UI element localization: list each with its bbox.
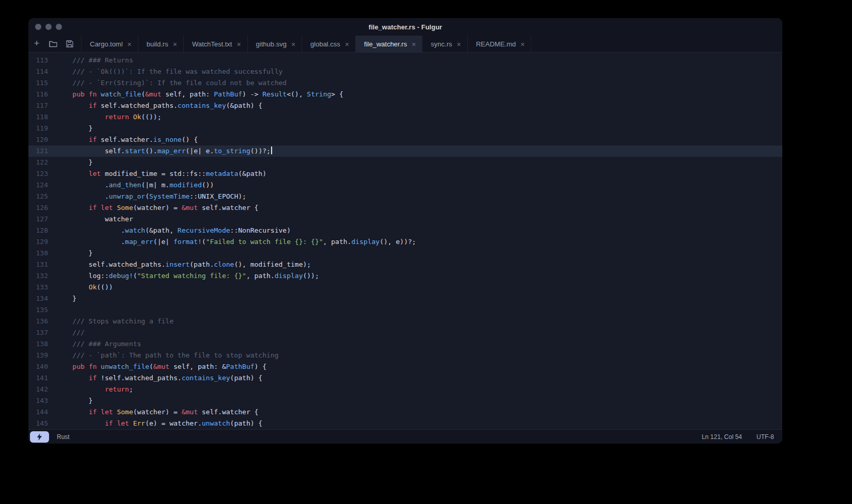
- code-line[interactable]: 124 .and_then(|m| m.modified()): [28, 180, 782, 191]
- folder-open-icon: [49, 40, 57, 47]
- code-line[interactable]: 125 .unwrap_or(SystemTime::UNIX_EPOCH);: [28, 191, 782, 202]
- tab-label: build.rs: [147, 40, 168, 48]
- code-line[interactable]: 145 if let Err(e) = watcher.unwatch(path…: [28, 418, 782, 429]
- line-number: 129: [28, 236, 56, 248]
- code-text: .watch(&path, RecursiveMode::NonRecursiv…: [56, 225, 782, 236]
- code-text: }: [56, 123, 782, 134]
- tab-global.css[interactable]: global.css×: [302, 36, 356, 52]
- code-text: log::debug!("Started watching file: {}",…: [56, 270, 782, 282]
- code-line[interactable]: 131 self.watched_paths.insert(path.clone…: [28, 259, 782, 270]
- close-window-button[interactable]: [35, 24, 41, 30]
- line-number: 113: [28, 55, 56, 66]
- title-bar[interactable]: file_watcher.rs - Fulgur: [28, 18, 782, 36]
- code-line[interactable]: 141 if !self.watched_paths.contains_key(…: [28, 372, 782, 384]
- actions-chip[interactable]: [30, 431, 49, 443]
- code-line[interactable]: 132 log::debug!("Started watching file: …: [28, 270, 782, 282]
- text-cursor: [271, 147, 272, 154]
- save-button[interactable]: [61, 36, 78, 52]
- tab-close-icon[interactable]: ×: [457, 40, 461, 48]
- code-editor: 113 /// ### Returns114 /// - `Ok(())`: I…: [28, 53, 782, 429]
- minimize-window-button[interactable]: [45, 24, 52, 30]
- code-text: if let Some(watcher) = &mut self.watcher…: [56, 202, 782, 214]
- line-number: 141: [28, 372, 56, 384]
- code-line[interactable]: 121 self.start().map_err(|e| e.to_string…: [28, 145, 782, 157]
- tab-build.rs[interactable]: build.rs×: [138, 36, 184, 52]
- code-line[interactable]: 122 }: [28, 157, 782, 168]
- code-text: let modified_time = std::fs::metadata(&p…: [56, 168, 782, 180]
- window-title: file_watcher.rs - Fulgur: [28, 23, 782, 31]
- code-line[interactable]: 118 return Ok(());: [28, 111, 782, 123]
- line-number: 118: [28, 111, 56, 123]
- tab-Cargo.toml[interactable]: Cargo.toml×: [81, 36, 138, 52]
- code-line[interactable]: 142 return;: [28, 384, 782, 395]
- language-mode[interactable]: Rust: [57, 433, 70, 441]
- code-line[interactable]: 135: [28, 304, 782, 316]
- zoom-window-button[interactable]: [56, 24, 62, 30]
- tab-list: Cargo.toml×build.rs×WatchTest.txt×github…: [81, 36, 531, 52]
- tab-close-icon[interactable]: ×: [128, 40, 132, 48]
- code-line[interactable]: 116 pub fn watch_file(&mut self, path: P…: [28, 89, 782, 100]
- tab-WatchTest.txt[interactable]: WatchTest.txt×: [184, 36, 248, 52]
- tab-label: WatchTest.txt: [192, 40, 232, 48]
- plus-icon: +: [34, 38, 40, 49]
- tab-close-icon[interactable]: ×: [520, 40, 525, 48]
- code-line[interactable]: 127 watcher: [28, 214, 782, 225]
- code-line[interactable]: 144 if let Some(watcher) = &mut self.wat…: [28, 407, 782, 418]
- code-line[interactable]: 130 }: [28, 248, 782, 259]
- code-line[interactable]: 117 if self.watched_paths.contains_key(&…: [28, 100, 782, 111]
- tab-close-icon[interactable]: ×: [345, 40, 349, 48]
- line-number: 126: [28, 202, 56, 214]
- code-line[interactable]: 113 /// ### Returns: [28, 55, 782, 66]
- tab-README.md[interactable]: README.md×: [468, 36, 531, 52]
- line-number: 144: [28, 407, 56, 418]
- code-line[interactable]: 128 .watch(&path, RecursiveMode::NonRecu…: [28, 225, 782, 236]
- tab-label: Cargo.toml: [90, 40, 123, 48]
- tab-sync.rs[interactable]: sync.rs×: [422, 36, 467, 52]
- code-line[interactable]: 126 if let Some(watcher) = &mut self.wat…: [28, 202, 782, 214]
- tab-label: file_watcher.rs: [364, 40, 407, 48]
- code-line[interactable]: 140 pub fn unwatch_file(&mut self, path:…: [28, 361, 782, 372]
- lightning-bolt-icon: [37, 433, 42, 441]
- code-text: self.start().map_err(|e| e.to_string())?…: [56, 145, 782, 157]
- code-text: }: [56, 395, 782, 407]
- code-line[interactable]: 120 if self.watcher.is_none() {: [28, 134, 782, 145]
- tab-close-icon[interactable]: ×: [412, 40, 416, 48]
- code-text: return;: [56, 384, 782, 395]
- line-number: 123: [28, 168, 56, 180]
- code-line[interactable]: 139 /// - `path`: The path to the file t…: [28, 350, 782, 361]
- line-number: 143: [28, 395, 56, 407]
- line-number: 127: [28, 214, 56, 225]
- code-text: .and_then(|m| m.modified()): [56, 180, 782, 191]
- tab-close-icon[interactable]: ×: [236, 40, 241, 48]
- code-line[interactable]: 115 /// - `Err(String)`: If the file cou…: [28, 77, 782, 89]
- code-line[interactable]: 143 }: [28, 395, 782, 407]
- encoding-indicator[interactable]: UTF-8: [756, 433, 774, 441]
- line-number: 133: [28, 282, 56, 293]
- floppy-disk-icon: [66, 40, 73, 47]
- new-file-button[interactable]: +: [28, 36, 45, 52]
- code-text: pub fn unwatch_file(&mut self, path: &Pa…: [56, 361, 782, 372]
- code-text: [56, 304, 782, 316]
- code-line[interactable]: 114 /// - `Ok(())`: If the file was watc…: [28, 66, 782, 77]
- tab-close-icon[interactable]: ×: [173, 40, 177, 48]
- cursor-position[interactable]: Ln 121, Col 54: [702, 433, 742, 441]
- code-text: if !self.watched_paths.contains_key(path…: [56, 372, 782, 384]
- tab-close-icon[interactable]: ×: [291, 40, 295, 48]
- code-line[interactable]: 136 /// Stops watching a file: [28, 316, 782, 327]
- code-line[interactable]: 138 /// ### Arguments: [28, 338, 782, 350]
- code-line[interactable]: 119 }: [28, 123, 782, 134]
- code-text: if let Err(e) = watcher.unwatch(path) {: [56, 418, 782, 429]
- code-line[interactable]: 133 Ok(()): [28, 282, 782, 293]
- line-number: 137: [28, 327, 56, 338]
- code-line[interactable]: 123 let modified_time = std::fs::metadat…: [28, 168, 782, 180]
- open-folder-button[interactable]: [45, 36, 61, 52]
- tab-github.svg[interactable]: github.svg×: [248, 36, 302, 52]
- line-number: 132: [28, 270, 56, 282]
- code-line[interactable]: 129 .map_err(|e| format!("Failed to watc…: [28, 236, 782, 248]
- editor-window: file_watcher.rs - Fulgur + Cargo.toml×bu…: [28, 18, 782, 444]
- code-line[interactable]: 137 ///: [28, 327, 782, 338]
- tab-label: github.svg: [256, 40, 287, 48]
- code-line[interactable]: 134 }: [28, 293, 782, 304]
- tab-file_watcher.rs[interactable]: file_watcher.rs×: [356, 36, 422, 52]
- line-number: 120: [28, 134, 56, 145]
